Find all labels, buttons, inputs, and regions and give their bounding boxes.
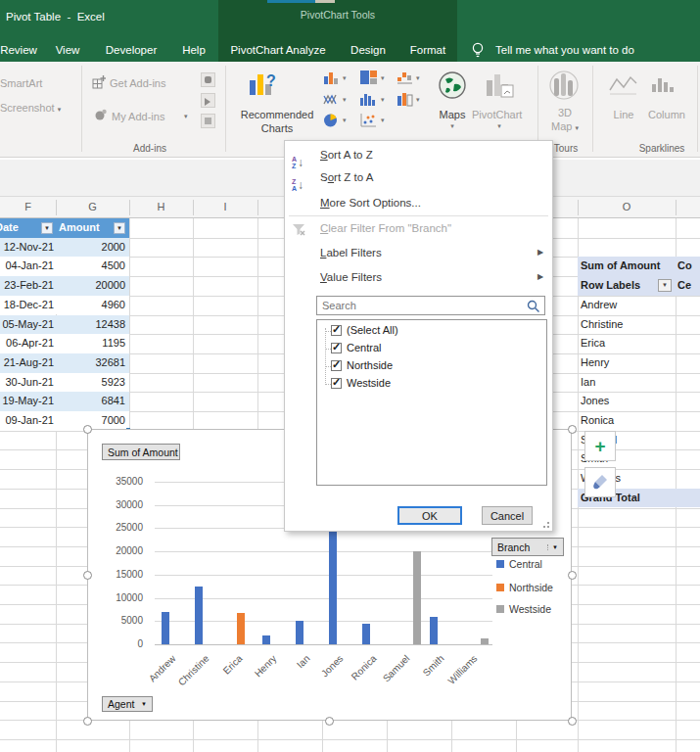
store-icon[interactable] [201,72,215,87]
insert-scatter-chart-icon[interactable] [359,113,378,128]
date-cell[interactable]: 21-Aug-21 [0,356,54,368]
maps-button[interactable]: Maps [440,109,466,120]
pivot-row-label[interactable]: Erica [581,337,605,349]
amount-cell[interactable]: 5923 [59,376,125,388]
chevron-down-icon[interactable]: ▾ [450,122,454,130]
date-cell[interactable]: 05-May-21 [0,318,54,330]
people-graph-icon[interactable] [201,114,215,128]
amount-cell[interactable]: 1195 [59,337,125,349]
row-labels-filter-button[interactable]: ▼ [658,279,672,292]
date-cell[interactable]: 12-Nov-21 [0,241,54,253]
chart-selection-handle[interactable] [568,571,577,580]
chevron-down-icon[interactable]: ▾ [343,74,347,82]
recommended-charts-button[interactable]: Recommended [241,109,314,120]
insert-stock-chart-icon[interactable] [323,92,340,107]
chart-elements-button[interactable]: + [584,431,616,461]
date-filter-button[interactable]: ▼ [41,222,53,234]
date-cell[interactable]: 30-Jun-21 [0,376,54,388]
search-input[interactable]: Search [316,296,545,315]
date-cell[interactable]: 04-Jan-21 [0,259,54,271]
chart-styles-button[interactable] [584,467,616,497]
date-cell[interactable]: 23-Feb-21 [0,279,54,291]
bing-addin-icon[interactable] [201,93,215,108]
insert-pie-chart-icon[interactable] [323,113,339,128]
chart-selection-handle[interactable] [83,717,92,726]
chevron-down-icon[interactable]: ▾ [416,96,420,104]
value-field-button[interactable]: Sum of Amount [102,444,180,460]
chart-selection-handle[interactable] [83,425,92,434]
chart-selection-handle[interactable] [83,571,92,580]
amount-cell[interactable]: 4960 [59,299,125,310]
chevron-down-icon[interactable]: ▾ [416,74,420,82]
filter-checkbox-northside[interactable]: ✓ [331,360,342,371]
pivot-row-label[interactable]: Jones [581,395,609,406]
amount-filter-button[interactable]: ▼ [114,222,125,234]
filter-checkbox-westside[interactable]: ✓ [331,378,342,389]
tab-developer[interactable]: Developer [106,44,157,56]
column-header-F[interactable]: F [24,201,31,212]
menu-item-label-filters[interactable]: Label Filters▶ [285,243,552,265]
screenshot-button[interactable]: Screenshot ▾ [0,102,61,114]
insert-hierarchy-chart-icon[interactable] [359,70,378,85]
date-cell[interactable]: 09-Jan-21 [0,414,54,426]
menu-item-sort-z-to-a[interactable]: ZA↓Sort Z to A [285,167,552,190]
search-icon[interactable] [527,300,540,313]
column-header-H[interactable]: H [158,201,165,212]
insert-combo-chart-icon[interactable] [397,91,414,107]
resize-grip[interactable] [541,520,549,528]
tab-help[interactable]: Help [182,44,206,56]
column-header-I[interactable]: I [223,201,226,212]
sparkline-line-button[interactable]: Line [614,109,634,120]
insert-waterfall-chart-icon[interactable] [397,70,414,85]
tab-design[interactable]: Design [350,44,386,56]
chart-selection-handle[interactable] [325,717,334,726]
cancel-button[interactable]: Cancel [482,506,533,525]
pivot-row-label[interactable]: Christine [581,318,623,330]
chevron-down-icon[interactable]: ▾ [343,96,347,104]
tell-me-box[interactable]: Tell me what you want to do [495,44,634,56]
get-addins-button[interactable]: Get Add-ins [110,77,165,89]
ok-button[interactable]: OK [397,506,462,525]
chevron-down-icon[interactable]: ▾ [381,74,385,82]
tab-review[interactable]: Review [0,44,37,56]
amount-cell[interactable]: 4500 [59,259,125,271]
smartart-button[interactable]: SmartArt [0,77,42,89]
chart-selection-handle[interactable] [568,717,577,726]
tab-view[interactable]: View [56,44,80,56]
amount-cell[interactable]: 12438 [59,318,125,330]
date-cell[interactable]: 06-Apr-21 [0,337,54,349]
sparkline-column-button[interactable]: Column [648,109,685,120]
legend-field-button[interactable]: Branch▼ [491,538,564,556]
3d-map-button[interactable]: 3D [558,107,572,118]
axis-field-button[interactable]: Agent▼ [102,696,153,712]
amount-cell[interactable]: 2000 [59,241,125,253]
chevron-down-icon[interactable]: ▾ [343,117,347,124]
amount-cell[interactable]: 20000 [59,279,125,291]
column-header-O[interactable]: O [623,201,631,212]
menu-item-more-sort-options[interactable]: More Sort Options... [285,193,552,215]
amount-cell[interactable]: 6841 [59,395,125,406]
filter-value-list[interactable]: ✓(Select All)✓Central✓Northside✓Westside [316,319,547,486]
chevron-down-icon[interactable]: ▾ [381,96,385,104]
column-header-G[interactable]: G [88,201,97,212]
pivot-row-label[interactable]: Andrew [581,299,617,310]
pivot-row-label[interactable]: Henry [581,356,609,368]
tab-format[interactable]: Format [410,44,445,56]
amount-cell[interactable]: 32681 [59,356,125,368]
my-addins-button[interactable]: My Add-ins [112,111,164,122]
date-cell[interactable]: 19-May-21 [0,395,54,406]
insert-histogram-chart-icon[interactable] [359,91,378,107]
filter-checkbox-select-all[interactable]: ✓ [331,325,342,336]
chevron-down-icon[interactable]: ▾ [381,117,385,124]
recommended-charts-label2[interactable]: Charts [261,122,293,134]
amount-cell[interactable]: 7000 [59,414,125,426]
date-cell[interactable]: 18-Dec-21 [0,299,54,310]
pivotchart-button[interactable]: PivotChart [472,109,522,120]
insert-column-chart-icon[interactable] [323,70,340,85]
tab-pivotchart-analyze[interactable]: PivotChart Analyze [230,44,325,56]
chart-selection-handle[interactable] [568,425,577,434]
menu-item-value-filters[interactable]: Value Filters▶ [285,267,552,290]
menu-item-sort-a-to-z[interactable]: AZ↓Sort A to Z [285,145,552,167]
pivot-row-label[interactable]: Ian [581,376,595,388]
filter-checkbox-central[interactable]: ✓ [331,343,342,353]
